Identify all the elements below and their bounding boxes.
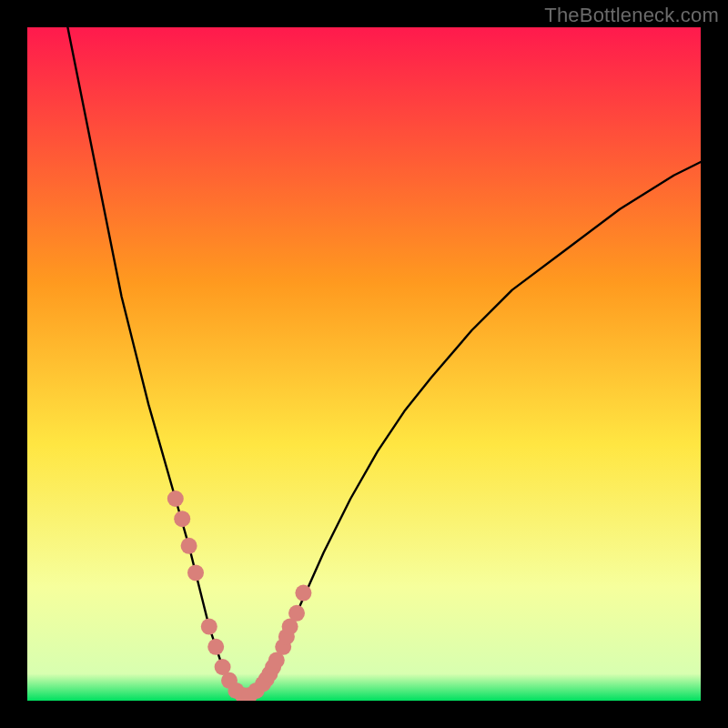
marker-point — [295, 585, 311, 602]
marker-point — [288, 605, 305, 622]
marker-point — [167, 490, 184, 507]
watermark-text: TheBottleneck.com — [544, 4, 719, 27]
plot-area — [27, 27, 701, 701]
chart-svg — [27, 27, 701, 701]
marker-point — [181, 538, 197, 554]
marker-point — [187, 564, 204, 581]
marker-point — [174, 511, 190, 527]
gradient-background — [27, 27, 701, 701]
marker-point — [201, 619, 217, 635]
marker-point — [207, 639, 224, 655]
chart-frame: TheBottleneck.com — [0, 0, 728, 728]
